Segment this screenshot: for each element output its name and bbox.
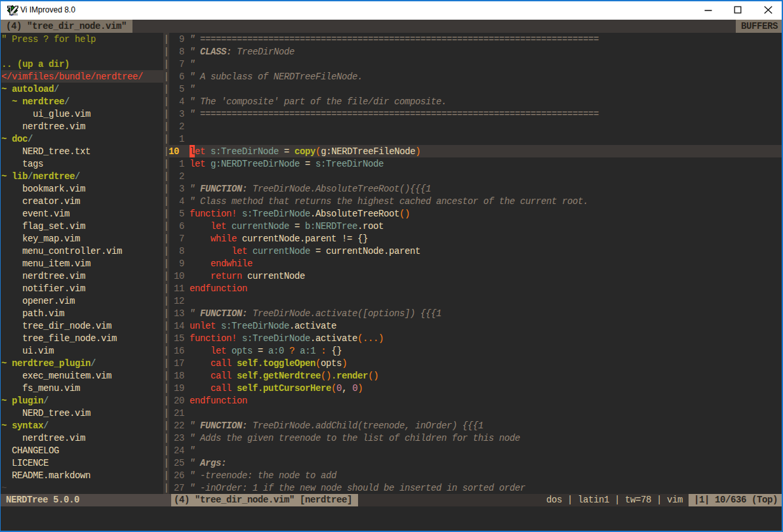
svg-text:im: im [12, 11, 18, 16]
